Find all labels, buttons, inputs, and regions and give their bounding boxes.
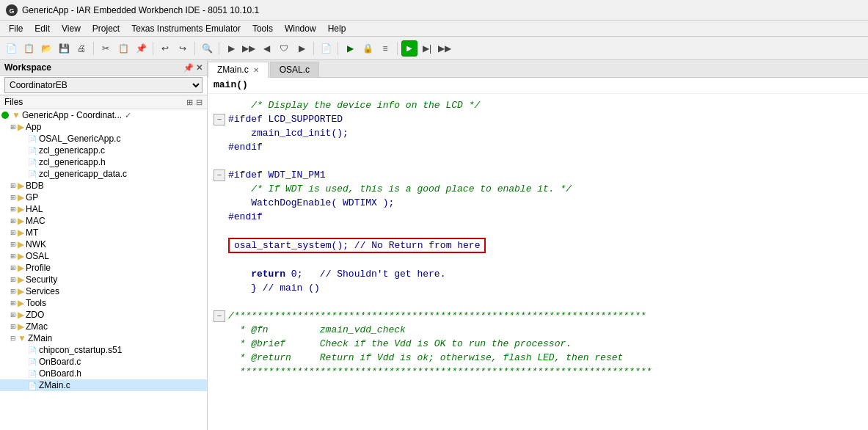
code-line-4: #endif: [208, 140, 868, 154]
cut-btn[interactable]: ✂: [98, 40, 114, 57]
tree-item-hal[interactable]: ⊞ ▶ HAL: [0, 203, 207, 215]
tree-item-osal[interactable]: ⊞ ▶ OSAL: [0, 250, 207, 262]
nav1-btn[interactable]: ▶: [223, 40, 239, 57]
code-line-5: [208, 154, 868, 168]
tab-osal[interactable]: OSAL.c: [270, 62, 319, 77]
menu-item-edit[interactable]: Edit: [29, 22, 56, 35]
tree-item-chipcon[interactable]: 📄 chipcon_cstartup.s51: [0, 344, 207, 356]
sep2: [153, 42, 153, 55]
folder-icon-bdb: ▶: [18, 181, 24, 191]
tree-label-zmain-c: ZMain.c: [39, 380, 70, 390]
tree-item-zmain-c[interactable]: 📄 ZMain.c: [0, 379, 207, 391]
code-text-1: /* Display the device info on the LCD */: [228, 100, 480, 111]
tree-label-zmac: ZMac: [26, 321, 48, 332]
step-btn[interactable]: ▶|: [419, 40, 435, 57]
configuration-select[interactable]: CoordinatorEB: [4, 77, 203, 93]
tree-item-nwk[interactable]: ⊞ ▶ NWK: [0, 238, 207, 250]
tree-item-zcl-h[interactable]: 📄 zcl_genericapp.h: [0, 156, 207, 168]
new2-btn[interactable]: 📋: [21, 40, 37, 57]
collapse-btn-16[interactable]: −: [214, 310, 225, 322]
menu-item-file[interactable]: File: [3, 22, 29, 35]
plus-expander: ⊞: [10, 123, 18, 131]
folder-icon-services: ▶: [18, 286, 24, 296]
menu-bar: FileEditViewProjectTexas Instruments Emu…: [0, 21, 868, 37]
tab-zmain-label: ZMain.c: [217, 65, 249, 75]
code-line-13: return 0; // Shouldn't get here.: [208, 267, 868, 281]
tree-item-security[interactable]: ⊞ ▶ Security: [0, 274, 207, 285]
tree-item-zcl-data[interactable]: 📄 zcl_genericapp_data.c: [0, 168, 207, 180]
code-text-20: ****************************************…: [228, 366, 652, 377]
debug3-btn[interactable]: ≡: [377, 40, 393, 57]
menu-item-view[interactable]: View: [56, 22, 87, 35]
tree-label-osal: OSAL: [26, 251, 49, 261]
code-line-1: /* Display the device info on the LCD */: [208, 98, 868, 112]
shield-btn[interactable]: 🛡: [276, 40, 292, 57]
collapse-btn-6[interactable]: −: [214, 170, 225, 181]
tree-item-zdo[interactable]: ⊞ ▶ ZDO: [0, 309, 207, 321]
tree-label-app: App: [26, 122, 41, 132]
nav4-btn[interactable]: ▶: [293, 40, 310, 57]
folder-icon-security: ▶: [18, 274, 24, 285]
folder-icon-osal: ▶: [18, 251, 24, 261]
file-icon-zcl-data: 📄: [28, 170, 37, 178]
folder-icon-zdo: ▶: [18, 310, 24, 320]
pin-icon[interactable]: 📌: [183, 63, 194, 73]
tree-item-zmac[interactable]: ⊞ ▶ ZMac: [0, 321, 207, 332]
tree-item-osal-genericapp[interactable]: 📄 OSAL_GenericApp.c: [0, 133, 207, 145]
code-text-9: #endif: [228, 211, 263, 222]
code-area[interactable]: /* Display the device info on the LCD */…: [208, 95, 868, 430]
open-btn[interactable]: 📂: [38, 40, 54, 57]
nav2-btn[interactable]: ▶▶: [241, 40, 257, 57]
close-workspace-icon[interactable]: ✕: [196, 63, 203, 73]
tree-item-zmain[interactable]: ⊟ ▼ ZMain: [0, 332, 207, 344]
expand-icon[interactable]: ⊟: [196, 98, 203, 107]
tree-item-services[interactable]: ⊞ ▶ Services: [0, 285, 207, 297]
tree-item-gp[interactable]: ⊞ ▶ GP: [0, 192, 207, 203]
search-btn[interactable]: 🔍: [199, 40, 215, 57]
tab-zmain[interactable]: ZMain.c ✕: [208, 62, 269, 78]
run-btn[interactable]: ▶: [401, 40, 417, 57]
code-line-2: − #ifdef LCD_SUPPORTED: [208, 112, 868, 126]
tree-label-hal: HAL: [26, 204, 43, 214]
menu-item-help[interactable]: Help: [322, 22, 352, 35]
tree-item-profile[interactable]: ⊞ ▶ Profile: [0, 262, 207, 274]
plus-zdo: ⊞: [10, 311, 18, 318]
folder-icon-mac: ▶: [18, 216, 24, 226]
collapse-btn-2[interactable]: −: [214, 114, 225, 125]
paste-btn[interactable]: 📌: [133, 40, 149, 57]
debug2-btn[interactable]: 🔒: [360, 40, 376, 57]
debug1-btn[interactable]: ▶: [342, 40, 358, 57]
tree-item-mac[interactable]: ⊞ ▶ MAC: [0, 215, 207, 227]
menu-item-texas-instruments-emulator[interactable]: Texas Instruments Emulator: [125, 22, 247, 35]
tree-item-onboard-c[interactable]: 📄 OnBoard.c: [0, 356, 207, 368]
sep6: [338, 42, 338, 55]
tree-item-mt[interactable]: ⊞ ▶ MT: [0, 227, 207, 238]
more-btn[interactable]: ▶▶: [437, 40, 453, 57]
copy-btn[interactable]: 📋: [115, 40, 131, 57]
tree-root[interactable]: ▼ GenericApp - Coordinat... ✓: [0, 109, 207, 121]
menu-item-tools[interactable]: Tools: [247, 22, 279, 35]
tree-item-app[interactable]: ⊞ ▶ App: [0, 121, 207, 133]
plus-gp: ⊞: [10, 194, 18, 201]
tab-zmain-close[interactable]: ✕: [253, 66, 259, 74]
tree-item-bdb[interactable]: ⊞ ▶ BDB: [0, 180, 207, 192]
undo-btn[interactable]: ↩: [157, 40, 173, 57]
file-tree: ▼ GenericApp - Coordinat... ✓ ⊞ ▶ App 📄 …: [0, 109, 207, 430]
file2-btn[interactable]: 📄: [318, 40, 334, 57]
new-btn[interactable]: 📄: [3, 40, 19, 57]
tree-item-onboard-h[interactable]: 📄 OnBoard.h: [0, 368, 207, 379]
nav3-btn[interactable]: ◀: [258, 40, 274, 57]
code-line-12: [208, 253, 868, 267]
code-line-18: * @brief Check if the Vdd is OK to run t…: [208, 337, 868, 351]
tree-item-tools[interactable]: ⊞ ▶ Tools: [0, 297, 207, 309]
minus-zmain: ⊟: [10, 335, 18, 342]
sort-icon[interactable]: ⊞: [186, 98, 193, 107]
print-btn[interactable]: 🖨: [73, 40, 90, 57]
folder-icon-app: ▶: [18, 122, 24, 132]
tree-item-zcl-c[interactable]: 📄 zcl_genericapp.c: [0, 145, 207, 156]
workspace-dropdown[interactable]: CoordinatorEB: [0, 76, 207, 95]
menu-item-window[interactable]: Window: [279, 22, 322, 35]
save-btn[interactable]: 💾: [56, 40, 72, 57]
redo-btn[interactable]: ↪: [175, 40, 191, 57]
menu-item-project[interactable]: Project: [87, 22, 125, 35]
